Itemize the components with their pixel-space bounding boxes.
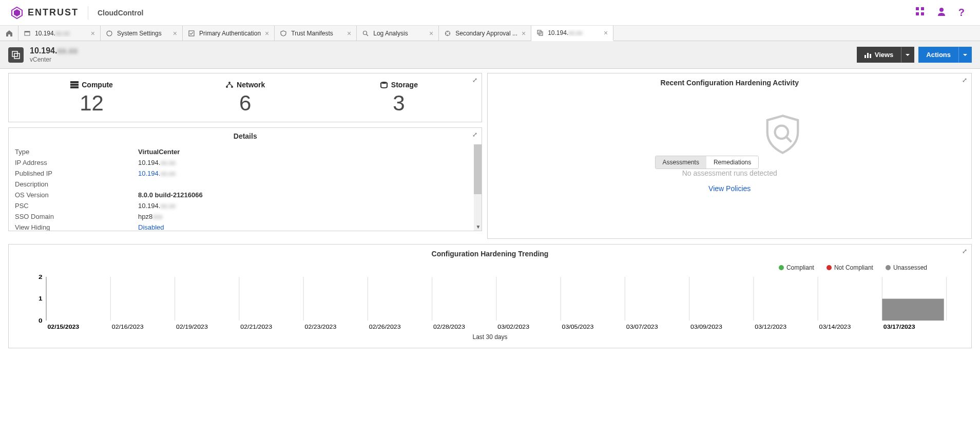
tab-icon (106, 30, 113, 37)
detail-row: PSC10.194.xx.xx (15, 200, 475, 211)
actions-dropdown-caret[interactable] (958, 47, 972, 63)
close-icon[interactable]: × (604, 29, 608, 37)
left-column: ⤢ Compute 12 Network 6 Storage 3 (8, 73, 482, 239)
home-tab[interactable] (0, 26, 18, 41)
network-value: 6 (168, 91, 322, 116)
svg-text:03/07/2023: 03/07/2023 (626, 324, 658, 330)
user-icon[interactable] (937, 7, 946, 18)
svg-text:03/12/2023: 03/12/2023 (755, 324, 786, 330)
tab-4[interactable]: Log Analysis× (357, 26, 439, 41)
svg-rect-11 (189, 31, 194, 36)
svg-point-25 (228, 82, 230, 84)
view-policies-link[interactable]: View Policies (494, 184, 965, 193)
svg-text:02/21/2023: 02/21/2023 (240, 324, 272, 330)
details-body[interactable]: TypeVirtualCenterIP Address10.194.xx.xxP… (9, 144, 482, 231)
detail-value: 10.194.xx.xx (138, 159, 176, 166)
details-panel: ⤢ Details TypeVirtualCenterIP Address10.… (8, 127, 482, 231)
tab-6[interactable]: 10.194.xx.xx× (531, 26, 613, 41)
tab-strip: 10.194.xx.xx×System Settings×Primary Aut… (0, 26, 980, 41)
tab-3[interactable]: Trust Manifests× (275, 26, 357, 41)
detail-label: Published IP (15, 170, 138, 177)
detail-row: Published IP10.194.xx.xx (15, 168, 475, 179)
network-icon (225, 81, 234, 88)
home-icon (6, 30, 13, 37)
expand-icon[interactable]: ⤢ (472, 131, 477, 138)
logo: ENTRUST (10, 6, 79, 20)
chart-legend: Compliant Not Compliant Unassessed (27, 264, 927, 271)
scrollbar-thumb[interactable] (474, 144, 482, 194)
help-icon[interactable]: ? (958, 7, 965, 18)
svg-text:2: 2 (39, 274, 43, 280)
scrollbar[interactable]: ▼ (474, 144, 482, 231)
close-icon[interactable]: × (91, 29, 95, 38)
detail-row: IP Address10.194.xx.xx (15, 157, 475, 168)
svg-rect-19 (864, 55, 866, 58)
tab-icon (444, 30, 451, 37)
views-dropdown-caret[interactable] (901, 47, 914, 63)
expand-icon[interactable]: ⤢ (472, 77, 477, 84)
detail-value: VirtualCenter (138, 148, 180, 156)
detail-label: SSO Domain (15, 213, 138, 220)
chart-title: Configuration Hardening Trending (27, 250, 953, 258)
svg-rect-64 (882, 299, 944, 321)
divider (88, 6, 88, 20)
svg-point-6 (939, 8, 944, 12)
svg-text:02/26/2023: 02/26/2023 (369, 324, 401, 330)
close-icon[interactable]: × (522, 29, 526, 38)
detail-label: Description (15, 180, 138, 188)
detail-value[interactable]: 10.194.xx.xx (138, 170, 176, 177)
svg-point-28 (381, 82, 387, 84)
tab-5[interactable]: Secondary Approval ...× (439, 26, 531, 41)
detail-value: hpz8xxx (138, 213, 163, 220)
close-icon[interactable]: × (173, 29, 177, 38)
detail-row: OS Version8.0.0 build-21216066 (15, 190, 475, 200)
compute-value: 12 (15, 91, 168, 116)
detail-row: View HidingDisabled (15, 222, 475, 231)
detail-row: Description (15, 179, 475, 190)
svg-text:03/02/2023: 03/02/2023 (497, 324, 529, 330)
tab-assessments[interactable]: Assessments (656, 156, 706, 168)
tab-2[interactable]: Primary Authentication× (183, 26, 275, 41)
close-icon[interactable]: × (265, 29, 269, 38)
svg-text:03/17/2023: 03/17/2023 (883, 324, 915, 330)
tab-label: Secondary Approval ... (455, 30, 517, 37)
apps-icon[interactable] (915, 7, 925, 18)
svg-line-13 (367, 34, 368, 36)
expand-icon[interactable]: ⤢ (962, 248, 967, 255)
svg-point-12 (363, 31, 367, 34)
tab-label: Log Analysis (373, 30, 425, 37)
compute-icon (70, 81, 79, 88)
svg-text:02/16/2023: 02/16/2023 (112, 324, 144, 330)
tab-0[interactable]: 10.194.xx.xx× (18, 26, 101, 41)
legend-notcompliant: Not Compliant (827, 264, 873, 271)
close-icon[interactable]: × (347, 29, 351, 38)
assessment-tabs: Assessments Remediations (655, 156, 759, 169)
compute-stat: Compute 12 (15, 81, 168, 116)
page-title: 10.194.xx.xx (30, 46, 78, 55)
logo-text: ENTRUST (28, 7, 79, 18)
assessment-panel: ⤢ Recent Configuration Hardening Activit… (487, 73, 972, 239)
svg-text:03/14/2023: 03/14/2023 (819, 324, 851, 330)
close-icon[interactable]: × (429, 29, 433, 38)
expand-icon[interactable]: ⤢ (962, 77, 967, 84)
tab-remediations[interactable]: Remediations (706, 156, 758, 168)
scrollbar-down-icon[interactable]: ▼ (475, 224, 481, 230)
detail-row: TypeVirtualCenter (15, 146, 475, 157)
storage-stat: Storage 3 (322, 81, 475, 116)
empty-message: No assessment runs detected (494, 169, 965, 177)
svg-text:02/23/2023: 02/23/2023 (305, 324, 337, 330)
tab-label: Trust Manifests (291, 30, 343, 37)
svg-point-27 (231, 86, 233, 88)
svg-rect-5 (921, 12, 924, 15)
detail-label: PSC (15, 202, 138, 210)
actions-button[interactable]: Actions (918, 47, 958, 63)
detail-value[interactable]: Disabled (138, 223, 164, 231)
svg-text:03/09/2023: 03/09/2023 (690, 324, 722, 330)
svg-rect-20 (867, 53, 869, 58)
svg-rect-23 (70, 84, 79, 86)
network-stat: Network 6 (168, 81, 322, 116)
views-button[interactable]: Views (857, 47, 901, 63)
context-buttons: Views Actions (857, 47, 972, 63)
svg-rect-8 (25, 31, 30, 32)
tab-1[interactable]: System Settings× (101, 26, 183, 41)
